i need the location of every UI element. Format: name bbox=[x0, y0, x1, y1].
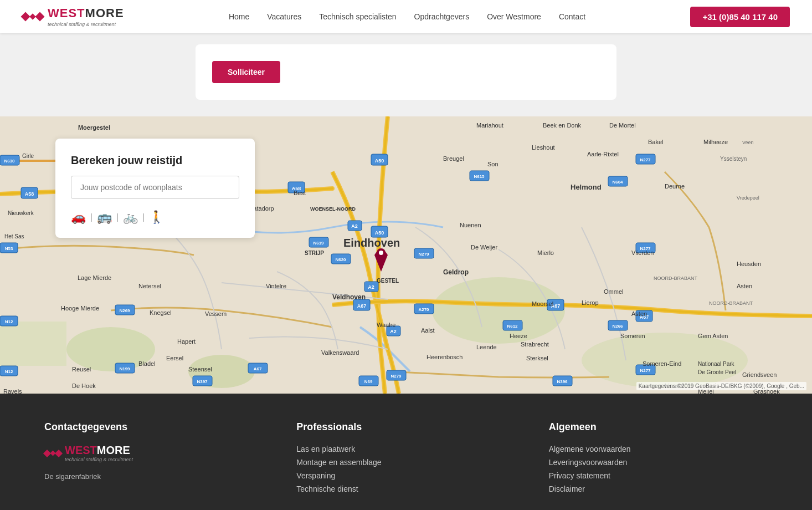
footer-link-las[interactable]: Las en plaatwerk bbox=[296, 445, 355, 454]
svg-text:Leende: Leende bbox=[476, 344, 497, 350]
footer-contact-heading: Contactgegevens bbox=[44, 421, 263, 433]
svg-text:N615: N615 bbox=[474, 174, 485, 179]
logo-icon bbox=[22, 13, 43, 20]
svg-text:Het Sas: Het Sas bbox=[4, 233, 24, 239]
travel-widget-title: Bereken jouw reistijd bbox=[71, 154, 239, 167]
svg-text:N279: N279 bbox=[418, 252, 429, 257]
logo-text: WESTMORE bbox=[48, 6, 124, 21]
svg-text:De Mortel: De Mortel bbox=[609, 122, 636, 129]
svg-text:Eindhoven: Eindhoven bbox=[343, 237, 400, 249]
svg-text:N53: N53 bbox=[5, 246, 13, 251]
svg-text:NOORD-BRABANT: NOORD-BRABANT bbox=[654, 276, 698, 281]
footer-link-algemene[interactable]: Algemene voorwaarden bbox=[549, 445, 631, 454]
footer-professionals-heading: Professionals bbox=[296, 421, 515, 433]
footer-link-leveringsvoorwaarden[interactable]: Leveringsvoorwaarden bbox=[549, 458, 628, 467]
postcode-input[interactable] bbox=[71, 176, 239, 199]
svg-text:N277: N277 bbox=[640, 368, 651, 373]
svg-text:Veen: Veen bbox=[742, 140, 754, 145]
bike-icon[interactable]: 🚲 bbox=[123, 210, 138, 225]
footer-professionals-col: Professionals Las en plaatwerk Montage e… bbox=[296, 421, 515, 494]
svg-text:Heeze: Heeze bbox=[510, 333, 527, 339]
svg-text:N396: N396 bbox=[557, 379, 568, 384]
svg-text:N620: N620 bbox=[335, 257, 346, 262]
svg-text:Heerenbosch: Heerenbosch bbox=[426, 354, 462, 360]
svg-text:Reusel: Reusel bbox=[72, 366, 91, 373]
svg-text:N397: N397 bbox=[197, 379, 208, 384]
nav-home[interactable]: Home bbox=[229, 12, 249, 21]
svg-text:Hapert: Hapert bbox=[177, 338, 196, 345]
phone-button[interactable]: +31 (0)85 40 117 40 bbox=[690, 7, 790, 27]
footer-link-verspaning[interactable]: Verspaning bbox=[296, 471, 335, 481]
footer-contact-col: Contactgegevens WESTWESTMOREMORE technic… bbox=[44, 421, 263, 494]
logo-subtitle: technical staffing & recruitment bbox=[48, 22, 124, 27]
svg-text:Bladel: Bladel bbox=[138, 360, 156, 367]
svg-text:Nationaal Park: Nationaal Park bbox=[698, 361, 735, 367]
svg-text:Breugel: Breugel bbox=[443, 155, 464, 162]
svg-text:Steensel: Steensel bbox=[188, 366, 212, 373]
nav-contact[interactable]: Contact bbox=[559, 12, 585, 21]
svg-text:N69: N69 bbox=[364, 379, 373, 384]
svg-text:Griendsveen: Griendsveen bbox=[742, 371, 777, 378]
car-icon[interactable]: 🚗 bbox=[71, 210, 86, 225]
svg-text:A58: A58 bbox=[25, 191, 34, 197]
nav-opdrachtgevers[interactable]: Opdrachtgevers bbox=[414, 12, 470, 21]
footer-diamond-3 bbox=[55, 449, 63, 457]
footer-link-montage[interactable]: Montage en assemblage bbox=[296, 458, 381, 467]
svg-text:WOENSEL-NOORD: WOENSEL-NOORD bbox=[310, 206, 356, 212]
transit-icon[interactable]: 🚌 bbox=[97, 210, 112, 225]
svg-text:Waalre: Waalre bbox=[377, 322, 395, 328]
main-nav: Home Vacatures Technisch specialisten Op… bbox=[229, 12, 585, 22]
diamond-icon-3 bbox=[35, 12, 45, 22]
svg-text:De Hoek: De Hoek bbox=[72, 382, 96, 389]
svg-text:Asten: Asten bbox=[631, 310, 647, 317]
svg-text:N619: N619 bbox=[313, 241, 324, 246]
svg-text:N12: N12 bbox=[5, 369, 13, 374]
svg-text:N269: N269 bbox=[119, 308, 130, 313]
nav-vacatures[interactable]: Vacatures bbox=[267, 12, 301, 21]
separator-2: | bbox=[116, 212, 119, 222]
map-section: A58 A58 A58 A58 A50 A50 A2 A2 A2 A67 A67… bbox=[0, 116, 812, 394]
svg-text:Knegsel: Knegsel bbox=[150, 309, 172, 316]
diamond-icon-1 bbox=[21, 12, 30, 22]
footer-link-privacy[interactable]: Privacy statement bbox=[549, 471, 610, 481]
footer-logo-text: WESTWESTMOREMORE bbox=[65, 444, 133, 457]
svg-text:Hooge Mierde: Hooge Mierde bbox=[61, 305, 99, 312]
nav-list: Home Vacatures Technisch specialisten Op… bbox=[229, 12, 585, 22]
svg-text:Veldhoven: Veldhoven bbox=[332, 293, 366, 301]
footer-link-technische[interactable]: Technische dienst bbox=[296, 484, 358, 494]
separator-1: | bbox=[90, 212, 92, 222]
svg-text:Valkenswaard: Valkenswaard bbox=[321, 349, 359, 356]
svg-text:Vredepeel: Vredepeel bbox=[737, 195, 759, 201]
svg-text:De Groote Peel: De Groote Peel bbox=[698, 369, 736, 375]
svg-text:Moorsel: Moorsel bbox=[532, 300, 553, 307]
svg-text:Son: Son bbox=[487, 161, 498, 167]
nav-technisch[interactable]: Technisch specialisten bbox=[319, 12, 396, 21]
footer-algemeen-links: Algemene voorwaarden Leveringsvoorwaarde… bbox=[549, 444, 768, 494]
walk-icon[interactable]: 🚶 bbox=[149, 210, 164, 225]
svg-text:Ysselsteyn: Ysselsteyn bbox=[720, 156, 747, 162]
svg-text:De Weijer: De Weijer bbox=[471, 244, 497, 251]
svg-text:N630: N630 bbox=[4, 159, 15, 164]
footer-algemeen-col: Algemeen Algemene voorwaarden Leveringsv… bbox=[549, 421, 768, 494]
svg-text:A2: A2 bbox=[351, 223, 358, 229]
svg-text:Nuenen: Nuenen bbox=[460, 222, 481, 228]
svg-text:STRIJP: STRIJP bbox=[305, 250, 324, 256]
svg-text:N277: N277 bbox=[640, 157, 651, 162]
svg-text:N266: N266 bbox=[612, 324, 623, 329]
logo[interactable]: WESTMORE technical staffing & recruitmen… bbox=[22, 6, 124, 27]
svg-text:N604: N604 bbox=[612, 180, 623, 185]
svg-text:A2: A2 bbox=[390, 329, 397, 334]
svg-text:A50: A50 bbox=[375, 230, 384, 236]
svg-text:Asten: Asten bbox=[737, 283, 752, 289]
apply-button[interactable]: Solliciteer bbox=[212, 61, 280, 83]
svg-text:A67: A67 bbox=[254, 366, 262, 371]
svg-text:Aarle-Rixtel: Aarle-Rixtel bbox=[587, 151, 619, 157]
svg-text:Milheeze: Milheeze bbox=[703, 139, 728, 145]
svg-text:Lieshout: Lieshout bbox=[532, 144, 555, 151]
svg-text:N199: N199 bbox=[119, 366, 130, 371]
footer-link-disclaimer[interactable]: Disclaimer bbox=[549, 484, 585, 494]
svg-text:Bakel: Bakel bbox=[648, 139, 664, 145]
nav-over[interactable]: Over Westmore bbox=[487, 12, 541, 21]
svg-text:Helmond: Helmond bbox=[571, 183, 602, 191]
svg-text:N279: N279 bbox=[390, 374, 402, 379]
